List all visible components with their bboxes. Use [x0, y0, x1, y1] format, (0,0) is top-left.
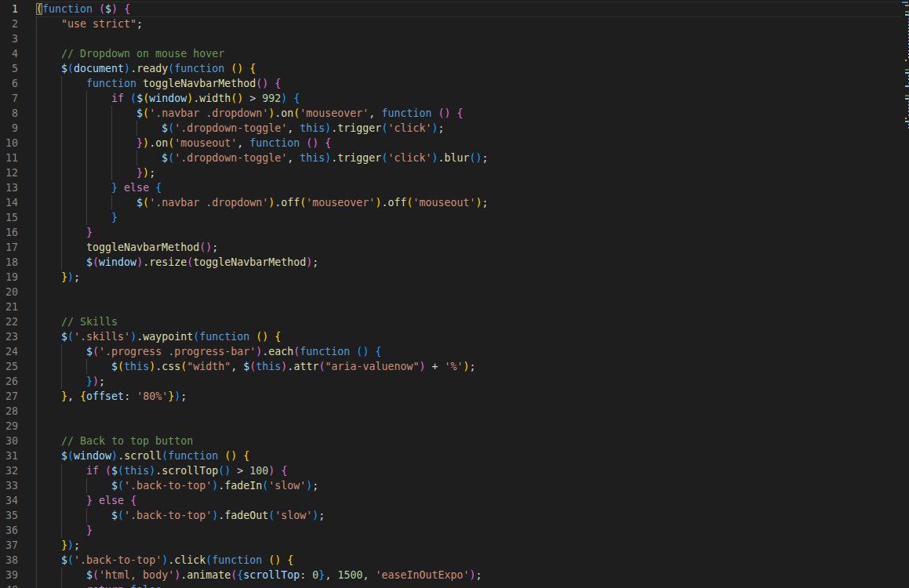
line-number[interactable]: 24 — [0, 344, 18, 359]
line-number[interactable]: 36 — [0, 523, 18, 538]
code-content[interactable] — [36, 299, 901, 314]
code-content[interactable]: }).on('mouseout', function () { — [36, 136, 901, 151]
code-token: function — [212, 554, 262, 566]
line-number[interactable]: 32 — [0, 463, 18, 478]
code-content[interactable]: function toggleNavbarMethod() { — [36, 76, 901, 91]
code-content[interactable]: $('.back-to-top').click(function () { — [36, 553, 901, 568]
line-number[interactable]: 8 — [0, 106, 18, 121]
line-number[interactable]: 33 — [0, 478, 18, 493]
code-content[interactable]: }); — [36, 538, 901, 553]
code-content[interactable]: // Back to top button — [36, 434, 901, 448]
code-content[interactable] — [36, 285, 901, 299]
minimap[interactable] — [902, 0, 909, 588]
line-number[interactable]: 38 — [0, 553, 18, 568]
line-number[interactable]: 11 — [0, 151, 18, 165]
line-number[interactable]: 23 — [0, 329, 18, 344]
code-content[interactable]: // Dropdown on mouse hover — [36, 46, 901, 61]
code-token: click — [174, 554, 205, 566]
code-token: '.progress .progress-bar' — [99, 346, 256, 358]
line-number[interactable]: 2 — [0, 16, 18, 31]
code-content[interactable] — [36, 419, 901, 434]
code-content[interactable] — [36, 31, 901, 46]
code-content[interactable]: $(document).ready(function () { — [36, 61, 901, 76]
line-number[interactable]: 29 — [0, 419, 18, 434]
code-content[interactable]: $('.navbar .dropdown').on('mouseover', f… — [36, 106, 901, 121]
code-content[interactable]: $('.back-to-top').fadeIn('slow'); — [36, 478, 901, 493]
code-content[interactable]: } — [36, 210, 901, 225]
line-number[interactable]: 30 — [0, 434, 18, 448]
code-token: // Dropdown on mouse hover — [61, 48, 224, 60]
code-content[interactable]: } — [36, 523, 901, 538]
line-number[interactable]: 5 — [0, 61, 18, 76]
line-number[interactable]: 34 — [0, 493, 18, 508]
line-number[interactable]: 6 — [0, 76, 18, 91]
minimap-mark — [905, 72, 909, 74]
line-number[interactable]: 28 — [0, 404, 18, 419]
line-number[interactable]: 20 — [0, 285, 18, 299]
code-token — [36, 241, 86, 253]
line-number[interactable]: 27 — [0, 389, 18, 404]
line-number[interactable]: 13 — [0, 180, 18, 195]
code-content[interactable]: $('.progress .progress-bar').each(functi… — [36, 344, 901, 359]
line-number[interactable]: 21 — [0, 299, 18, 314]
code-content[interactable]: }); — [36, 165, 901, 180]
line-number[interactable]: 9 — [0, 121, 18, 136]
code-content[interactable] — [36, 404, 901, 419]
code-token: animate — [187, 569, 231, 581]
line-number[interactable]: 19 — [0, 270, 18, 285]
line-number[interactable]: 16 — [0, 225, 18, 240]
code-token: , — [231, 361, 243, 372]
code-content[interactable]: return false; — [36, 583, 901, 588]
code-token: } — [61, 539, 67, 551]
line-number[interactable]: 40 — [0, 583, 18, 588]
code-content[interactable]: $('html, body').animate({scrollTop: 0}, … — [36, 568, 901, 583]
line-number[interactable]: 3 — [0, 31, 18, 46]
code-content[interactable]: if ($(window).width() > 992) { — [36, 91, 901, 106]
code-content[interactable]: // Skills — [36, 314, 901, 329]
minimap-mark — [905, 98, 909, 100]
indent-guide — [36, 31, 37, 46]
code-content[interactable]: $('.dropdown-toggle', this).trigger('cli… — [36, 121, 901, 136]
code-content[interactable]: if ($(this).scrollTop() > 100) { — [36, 463, 901, 478]
line-number[interactable]: 37 — [0, 538, 18, 553]
line-number[interactable]: 25 — [0, 359, 18, 374]
code-content[interactable]: $('.navbar .dropdown').off('mouseover').… — [36, 195, 901, 210]
code-token: toggleNavbarMethod — [193, 256, 306, 268]
line-number[interactable]: 39 — [0, 568, 18, 583]
code-content[interactable]: } else { — [36, 493, 901, 508]
line-number[interactable]: 15 — [0, 210, 18, 225]
line-number[interactable]: 7 — [0, 91, 18, 106]
code-content[interactable]: } — [36, 225, 901, 240]
line-number[interactable]: 12 — [0, 165, 18, 180]
code-content[interactable]: (function ($) { — [36, 2, 901, 16]
code-content[interactable]: $('.back-to-top').fadeOut('slow'); — [36, 508, 901, 523]
code-content[interactable]: toggleNavbarMethod(); — [36, 240, 901, 255]
code-content[interactable]: }); — [36, 374, 901, 389]
line-number[interactable]: 10 — [0, 136, 18, 151]
code-content[interactable]: }); — [36, 270, 901, 285]
line-number[interactable]: 31 — [0, 448, 18, 463]
code-content[interactable]: $('.dropdown-toggle', this).trigger('cli… — [36, 151, 901, 165]
code-content[interactable]: "use strict"; — [36, 16, 901, 31]
code-token: ) — [67, 539, 74, 551]
line-number[interactable]: 18 — [0, 255, 18, 270]
code-token: ; — [136, 18, 143, 30]
code-token: { — [287, 554, 293, 566]
code-editor[interactable]: 1(function ($) {2 "use strict";34 // Dro… — [0, 2, 909, 588]
line-number[interactable]: 22 — [0, 314, 18, 329]
line-number[interactable]: 1 — [0, 2, 18, 16]
code-content[interactable]: $(window).resize(toggleNavbarMethod); — [36, 255, 901, 270]
code-content[interactable]: $(window).scroll(function () { — [36, 448, 901, 463]
code-line: 3 — [0, 31, 909, 46]
line-number[interactable]: 26 — [0, 374, 18, 389]
code-content[interactable]: }, {offset: '80%'}); — [36, 389, 901, 404]
code-token — [36, 18, 61, 30]
code-content[interactable]: } else { — [36, 180, 901, 195]
line-number[interactable]: 14 — [0, 195, 18, 210]
line-number[interactable]: 4 — [0, 46, 18, 61]
line-number[interactable]: 35 — [0, 508, 18, 523]
code-content[interactable]: $('.skills').waypoint(function () { — [36, 329, 901, 344]
line-number[interactable]: 17 — [0, 240, 18, 255]
code-token: ( — [162, 450, 168, 462]
code-content[interactable]: $(this).css("width", $(this).attr("aria-… — [36, 359, 901, 374]
